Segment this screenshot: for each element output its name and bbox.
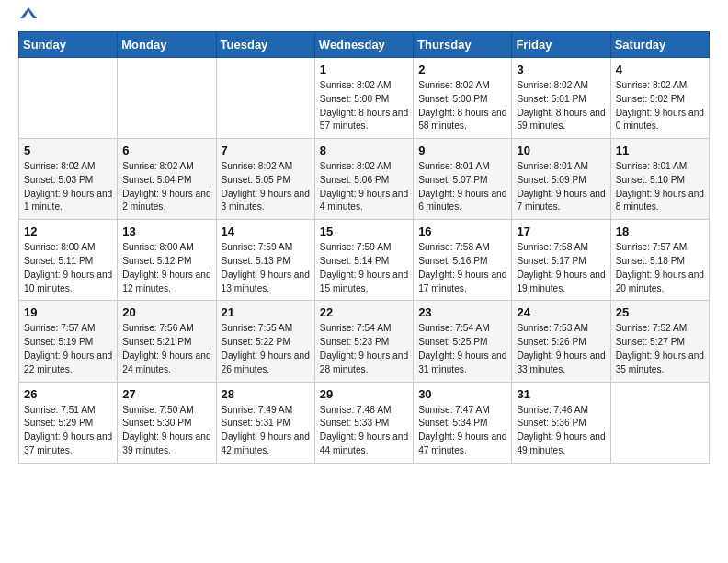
day-info: Sunrise: 7:55 AM Sunset: 5:22 PM Dayligh… [222, 322, 310, 376]
day-number: 21 [222, 305, 310, 319]
calendar-day-cell: 31Sunrise: 7:46 AM Sunset: 5:36 PM Dayli… [512, 382, 610, 463]
weekday-header-friday: Friday [512, 32, 610, 58]
day-number: 9 [418, 144, 506, 157]
day-number: 6 [122, 144, 210, 157]
calendar-table: SundayMondayTuesdayWednesdayThursdayFrid… [18, 31, 710, 464]
calendar-day-cell: 23Sunrise: 7:54 AM Sunset: 5:25 PM Dayli… [414, 301, 512, 382]
day-info: Sunrise: 8:02 AM Sunset: 5:06 PM Dayligh… [320, 160, 408, 214]
day-number: 10 [517, 144, 605, 157]
calendar-day-cell: 6Sunrise: 8:02 AM Sunset: 5:04 PM Daylig… [118, 139, 216, 220]
day-number: 19 [24, 305, 112, 319]
day-info: Sunrise: 7:58 AM Sunset: 5:17 PM Dayligh… [517, 241, 605, 295]
calendar-day-cell: 14Sunrise: 7:59 AM Sunset: 5:13 PM Dayli… [216, 220, 314, 301]
calendar-day-cell: 5Sunrise: 8:02 AM Sunset: 5:03 PM Daylig… [19, 139, 118, 220]
calendar-day-cell: 26Sunrise: 7:51 AM Sunset: 5:29 PM Dayli… [19, 382, 118, 463]
calendar-week-row: 5Sunrise: 8:02 AM Sunset: 5:03 PM Daylig… [19, 139, 710, 220]
day-info: Sunrise: 7:58 AM Sunset: 5:16 PM Dayligh… [418, 241, 506, 295]
calendar-week-row: 1Sunrise: 8:02 AM Sunset: 5:00 PM Daylig… [19, 58, 710, 139]
calendar-week-row: 19Sunrise: 7:57 AM Sunset: 5:19 PM Dayli… [19, 301, 710, 382]
day-info: Sunrise: 8:01 AM Sunset: 5:10 PM Dayligh… [616, 160, 704, 214]
calendar-day-cell: 17Sunrise: 7:58 AM Sunset: 5:17 PM Dayli… [512, 220, 610, 301]
calendar-day-cell: 11Sunrise: 8:01 AM Sunset: 5:10 PM Dayli… [610, 139, 709, 220]
day-number: 4 [616, 63, 704, 76]
calendar-empty-cell [19, 58, 118, 139]
calendar-day-cell: 8Sunrise: 8:02 AM Sunset: 5:06 PM Daylig… [314, 139, 413, 220]
day-info: Sunrise: 7:50 AM Sunset: 5:30 PM Dayligh… [122, 404, 210, 458]
calendar-empty-cell [118, 58, 216, 139]
day-info: Sunrise: 7:59 AM Sunset: 5:14 PM Dayligh… [320, 241, 408, 295]
calendar-day-cell: 22Sunrise: 7:54 AM Sunset: 5:23 PM Dayli… [314, 301, 413, 382]
day-number: 26 [24, 387, 112, 401]
calendar-empty-cell [610, 382, 709, 463]
calendar-day-cell: 19Sunrise: 7:57 AM Sunset: 5:19 PM Dayli… [19, 301, 118, 382]
weekday-header-tuesday: Tuesday [216, 32, 314, 58]
calendar-day-cell: 30Sunrise: 7:47 AM Sunset: 5:34 PM Dayli… [414, 382, 512, 463]
logo-icon [20, 6, 37, 22]
day-info: Sunrise: 8:02 AM Sunset: 5:05 PM Dayligh… [222, 160, 310, 214]
day-info: Sunrise: 8:01 AM Sunset: 5:09 PM Dayligh… [517, 160, 605, 214]
calendar-day-cell: 10Sunrise: 8:01 AM Sunset: 5:09 PM Dayli… [512, 139, 610, 220]
calendar-day-cell: 13Sunrise: 8:00 AM Sunset: 5:12 PM Dayli… [118, 220, 216, 301]
day-number: 3 [517, 63, 605, 76]
day-number: 13 [122, 224, 210, 238]
day-info: Sunrise: 8:00 AM Sunset: 5:11 PM Dayligh… [24, 241, 112, 295]
calendar-day-cell: 3Sunrise: 8:02 AM Sunset: 5:01 PM Daylig… [512, 58, 610, 139]
day-number: 31 [517, 387, 605, 401]
day-info: Sunrise: 8:00 AM Sunset: 5:12 PM Dayligh… [122, 241, 210, 295]
weekday-header-row: SundayMondayTuesdayWednesdayThursdayFrid… [19, 32, 710, 58]
day-info: Sunrise: 8:01 AM Sunset: 5:07 PM Dayligh… [418, 160, 506, 214]
day-info: Sunrise: 7:49 AM Sunset: 5:31 PM Dayligh… [222, 404, 310, 458]
day-number: 18 [616, 224, 704, 238]
calendar-day-cell: 25Sunrise: 7:52 AM Sunset: 5:27 PM Dayli… [610, 301, 709, 382]
calendar-day-cell: 28Sunrise: 7:49 AM Sunset: 5:31 PM Dayli… [216, 382, 314, 463]
day-number: 25 [616, 305, 704, 319]
calendar-day-cell: 21Sunrise: 7:55 AM Sunset: 5:22 PM Dayli… [216, 301, 314, 382]
calendar-day-cell: 20Sunrise: 7:56 AM Sunset: 5:21 PM Dayli… [118, 301, 216, 382]
calendar-day-cell: 27Sunrise: 7:50 AM Sunset: 5:30 PM Dayli… [118, 382, 216, 463]
logo [18, 15, 37, 22]
day-info: Sunrise: 8:02 AM Sunset: 5:00 PM Dayligh… [320, 79, 408, 133]
day-info: Sunrise: 7:57 AM Sunset: 5:18 PM Dayligh… [616, 241, 704, 295]
day-number: 24 [517, 305, 605, 319]
weekday-header-wednesday: Wednesday [314, 32, 413, 58]
calendar-day-cell: 16Sunrise: 7:58 AM Sunset: 5:16 PM Dayli… [414, 220, 512, 301]
day-number: 11 [616, 144, 704, 157]
page: SundayMondayTuesdayWednesdayThursdayFrid… [0, 0, 728, 478]
day-number: 16 [418, 224, 506, 238]
calendar-day-cell: 29Sunrise: 7:48 AM Sunset: 5:33 PM Dayli… [314, 382, 413, 463]
day-number: 8 [320, 144, 408, 157]
day-info: Sunrise: 7:52 AM Sunset: 5:27 PM Dayligh… [616, 322, 704, 376]
day-info: Sunrise: 7:54 AM Sunset: 5:25 PM Dayligh… [418, 322, 506, 376]
day-info: Sunrise: 8:02 AM Sunset: 5:00 PM Dayligh… [418, 79, 506, 133]
day-number: 30 [418, 387, 506, 401]
day-number: 1 [320, 63, 408, 76]
calendar-day-cell: 24Sunrise: 7:53 AM Sunset: 5:26 PM Dayli… [512, 301, 610, 382]
weekday-header-sunday: Sunday [19, 32, 118, 58]
day-info: Sunrise: 7:56 AM Sunset: 5:21 PM Dayligh… [122, 322, 210, 376]
calendar-day-cell: 7Sunrise: 8:02 AM Sunset: 5:05 PM Daylig… [216, 139, 314, 220]
calendar-day-cell: 2Sunrise: 8:02 AM Sunset: 5:00 PM Daylig… [414, 58, 512, 139]
day-number: 23 [418, 305, 506, 319]
calendar-day-cell: 1Sunrise: 8:02 AM Sunset: 5:00 PM Daylig… [314, 58, 413, 139]
day-number: 2 [418, 63, 506, 76]
day-info: Sunrise: 7:46 AM Sunset: 5:36 PM Dayligh… [517, 404, 605, 458]
day-number: 22 [320, 305, 408, 319]
day-number: 15 [320, 224, 408, 238]
day-info: Sunrise: 7:54 AM Sunset: 5:23 PM Dayligh… [320, 322, 408, 376]
calendar-day-cell: 4Sunrise: 8:02 AM Sunset: 5:02 PM Daylig… [610, 58, 709, 139]
day-info: Sunrise: 7:48 AM Sunset: 5:33 PM Dayligh… [320, 404, 408, 458]
calendar-week-row: 26Sunrise: 7:51 AM Sunset: 5:29 PM Dayli… [19, 382, 710, 463]
calendar-week-row: 12Sunrise: 8:00 AM Sunset: 5:11 PM Dayli… [19, 220, 710, 301]
day-number: 20 [122, 305, 210, 319]
day-info: Sunrise: 8:02 AM Sunset: 5:03 PM Dayligh… [24, 160, 112, 214]
weekday-header-thursday: Thursday [414, 32, 512, 58]
day-number: 7 [222, 144, 310, 157]
calendar-day-cell: 9Sunrise: 8:01 AM Sunset: 5:07 PM Daylig… [414, 139, 512, 220]
day-number: 12 [24, 224, 112, 238]
day-number: 17 [517, 224, 605, 238]
day-number: 5 [24, 144, 112, 157]
day-info: Sunrise: 7:47 AM Sunset: 5:34 PM Dayligh… [418, 404, 506, 458]
day-number: 28 [222, 387, 310, 401]
calendar-empty-cell [216, 58, 314, 139]
weekday-header-saturday: Saturday [610, 32, 709, 58]
